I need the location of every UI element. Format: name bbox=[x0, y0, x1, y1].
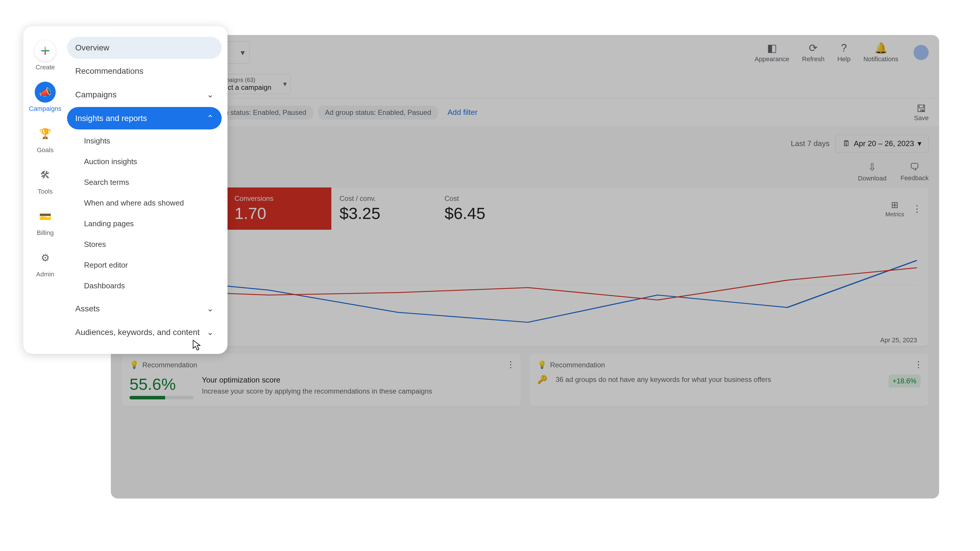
refresh-button[interactable]: ⟳Refresh bbox=[797, 40, 829, 65]
bell-icon: 🔔 bbox=[874, 42, 888, 54]
chip-adgroup-status[interactable]: Ad group status: Enabled, Pasued bbox=[318, 106, 438, 119]
menu-assets[interactable]: Assets⌄ bbox=[67, 297, 222, 320]
opt-score-value: 55.6% bbox=[129, 375, 194, 394]
reco-keywords-delta: +18.6% bbox=[888, 375, 921, 387]
rail-billing[interactable]: 💳 Billing bbox=[35, 206, 56, 237]
opt-score-title: Your optimization score bbox=[202, 375, 432, 385]
chevron-up-icon: ⌃ bbox=[207, 113, 213, 123]
sub-dashboards[interactable]: Dashboards bbox=[76, 275, 222, 296]
x-tick-end: Apr 25, 2023 bbox=[880, 337, 917, 344]
kebab-icon[interactable]: ⋮ bbox=[912, 203, 922, 214]
chevron-down-icon: ⌄ bbox=[207, 304, 213, 313]
download-button[interactable]: ⇩Download bbox=[858, 161, 887, 182]
rail-admin[interactable]: ⚙ Admin bbox=[35, 247, 56, 278]
notifications-label: Notifications bbox=[863, 56, 898, 63]
rail-tools-label: Tools bbox=[38, 188, 52, 195]
rail-campaigns[interactable]: 📣 Campaigns bbox=[29, 82, 61, 113]
refresh-label: Refresh bbox=[802, 56, 824, 63]
feedback-button[interactable]: 🗨Feedback bbox=[900, 161, 929, 182]
menu-assets-label: Assets bbox=[75, 304, 100, 313]
kebab-icon[interactable]: ⋮ bbox=[506, 359, 515, 369]
save-label: Save bbox=[914, 114, 929, 122]
calendar-icon: 🗓 bbox=[843, 139, 850, 148]
metrics-card: Clicks 39.7K Conversions 1.70 Cost / con… bbox=[121, 187, 929, 346]
sub-stores[interactable]: Stores bbox=[76, 234, 222, 255]
reco-card-keywords[interactable]: ⋮ 💡Recommendation 🔑 36 ad groups do not … bbox=[529, 353, 929, 407]
sub-when-where[interactable]: When and where ads showed bbox=[76, 193, 222, 213]
nav-rail: Create 📣 Campaigns 🏆 Goals 🛠 Tools 💳 Bil… bbox=[23, 33, 67, 347]
last-7-days-label: Last 7 days bbox=[791, 139, 829, 148]
refresh-icon: ⟳ bbox=[809, 42, 818, 54]
chip-row: Workspace filter Campaign status: Enable… bbox=[111, 98, 939, 127]
bulb-icon: 💡 bbox=[537, 360, 547, 369]
menu-recommendations[interactable]: Recommendations bbox=[67, 60, 222, 82]
chart: 2 1 0 Apr 19, 2023 bbox=[121, 230, 929, 346]
menu-recommendations-label: Recommendations bbox=[75, 67, 143, 76]
menu-insights-reports[interactable]: Insights and reports⌃ bbox=[67, 107, 222, 129]
rail-goals[interactable]: 🏆 Goals bbox=[35, 123, 56, 154]
metric-conv-label: Conversions bbox=[234, 194, 323, 203]
metrics-button[interactable]: ⊞Metrics bbox=[886, 200, 904, 218]
opt-score-bar bbox=[129, 396, 194, 399]
avatar[interactable] bbox=[913, 45, 929, 60]
bulb-icon: 💡 bbox=[129, 360, 139, 369]
menu-audiences-label: Audiences, keywords, and content bbox=[75, 328, 199, 337]
help-label: Help bbox=[837, 56, 851, 63]
metric-cpc-value: $3.25 bbox=[339, 204, 428, 223]
key-icon: 🔑 bbox=[537, 375, 547, 384]
download-icon: ⇩ bbox=[868, 161, 876, 173]
topbar: ▾ ◧Appearance ⟳Refresh ?Help 🔔Notificati… bbox=[111, 35, 939, 70]
trophy-icon: 🏆 bbox=[35, 123, 56, 144]
menu-insights-reports-label: Insights and reports bbox=[75, 114, 147, 123]
reco-label: Recommendation bbox=[142, 361, 197, 369]
main-content: ▾ ◧Appearance ⟳Refresh ?Help 🔔Notificati… bbox=[111, 35, 939, 499]
date-range-picker[interactable]: 🗓 Apr 20 – 26, 2023 ▾ bbox=[835, 135, 929, 152]
sub-report-editor[interactable]: Report editor bbox=[76, 255, 222, 275]
kebab-icon[interactable]: ⋮ bbox=[914, 359, 923, 369]
chevron-down-icon: ▾ bbox=[918, 139, 921, 148]
sub-landing-pages[interactable]: Landing pages bbox=[76, 213, 222, 234]
metrics-button-label: Metrics bbox=[886, 211, 904, 218]
save-button[interactable]: 🖫Save bbox=[914, 103, 929, 122]
help-icon: ? bbox=[841, 42, 847, 54]
menu-campaigns[interactable]: Campaigns⌄ bbox=[67, 83, 222, 106]
rail-billing-label: Billing bbox=[37, 229, 54, 237]
sub-search-terms[interactable]: Search terms bbox=[76, 172, 222, 193]
add-filter-button[interactable]: Add filter bbox=[443, 105, 482, 120]
chevron-down-icon: ⌄ bbox=[207, 327, 213, 337]
rail-goals-label: Goals bbox=[37, 146, 53, 154]
plus-multicolor-icon bbox=[35, 40, 56, 61]
metric-conv-value: 1.70 bbox=[234, 204, 323, 223]
menu-campaigns-label: Campaigns bbox=[75, 90, 117, 99]
megaphone-icon: 📣 bbox=[35, 82, 56, 103]
rail-tools[interactable]: 🛠 Tools bbox=[35, 164, 56, 195]
gear-icon: ⚙ bbox=[35, 247, 56, 268]
appearance-button[interactable]: ◧Appearance bbox=[750, 40, 794, 65]
metric-tile-conversions[interactable]: Conversions 1.70 bbox=[226, 187, 331, 230]
feedback-label: Feedback bbox=[900, 174, 929, 182]
add-chart-icon: ⊞ bbox=[891, 200, 898, 210]
menu-audiences[interactable]: Audiences, keywords, and content⌄ bbox=[67, 321, 222, 343]
rail-campaigns-label: Campaigns bbox=[29, 105, 61, 113]
menu-overview-label: Overview bbox=[75, 43, 110, 52]
metric-tile-cost-per-conv[interactable]: Cost / conv. $3.25 bbox=[331, 187, 436, 230]
metric-tile-cost[interactable]: Cost $6.45 bbox=[436, 187, 541, 230]
notifications-button[interactable]: 🔔Notifications bbox=[859, 40, 903, 65]
sidebar-menu: Overview Recommendations Campaigns⌄ Insi… bbox=[67, 33, 228, 347]
chevron-down-icon: ⌄ bbox=[207, 90, 213, 99]
rail-create[interactable]: Create bbox=[35, 40, 56, 71]
filter-row: Workspace (2 filters) ⌂All campaigns ▾ C… bbox=[111, 70, 939, 98]
metric-cpc-label: Cost / conv. bbox=[339, 194, 428, 203]
download-label: Download bbox=[858, 175, 887, 182]
chevron-down-icon: ▾ bbox=[240, 48, 245, 57]
help-button[interactable]: ?Help bbox=[833, 40, 855, 65]
reco-card-opt-score[interactable]: ⋮ 💡Recommendation 55.6% Your optimizatio… bbox=[121, 353, 521, 407]
reco-keywords-body: 36 ad groups do not have any keywords fo… bbox=[555, 375, 880, 384]
sub-auction-insights[interactable]: Auction insights bbox=[76, 151, 222, 172]
opt-score-body: Increase your score by applying the reco… bbox=[202, 386, 432, 396]
appearance-label: Appearance bbox=[754, 56, 789, 63]
card-icon: 💳 bbox=[35, 206, 56, 227]
menu-overview[interactable]: Overview bbox=[67, 37, 222, 59]
feedback-icon: 🗨 bbox=[910, 161, 920, 173]
sub-insights[interactable]: Insights bbox=[76, 130, 222, 151]
